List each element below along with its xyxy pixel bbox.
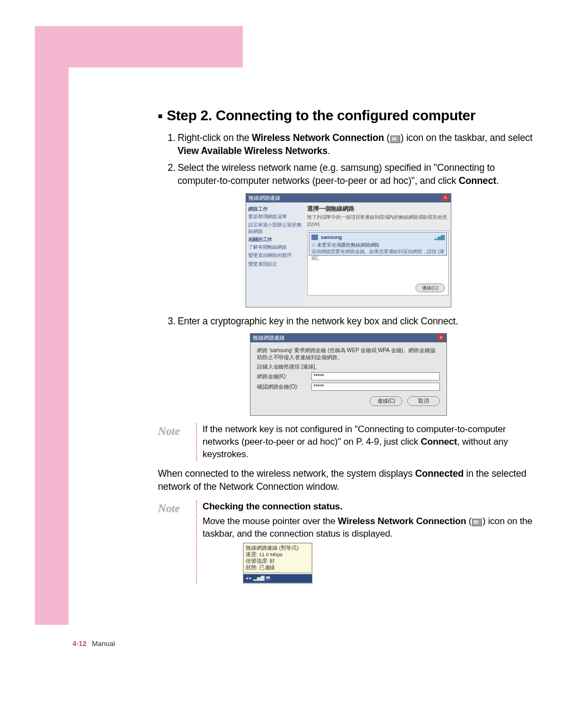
sidebar-item-order[interactable]: 變更喜好網路的順序 [248,252,303,259]
network-key-input[interactable] [311,372,440,380]
dialog2-title: 無線網路連線 [253,334,285,342]
dialog2-titlebar: 無線網路連線 × [250,334,446,342]
connect-button[interactable]: 連線(C) [370,396,402,406]
dialog-main: 選擇一個無線網路 按下列清單中的一個項目來連線到區域內的無線網路或取得其他資訊(… [305,202,451,307]
network-key-dialog-screenshot: 無線網路連線 × 網路 'samsung' 要求網路金鑰 (也稱為 WEP 金鑰… [250,333,447,416]
note-block-1: Note If the network key is not configure… [158,423,539,461]
note-body: Checking the connection status. Move the… [203,501,539,584]
taskbar-icon: ◂ ▸ ▂▅▇ ⬒ [243,574,312,583]
wireless-icon [472,519,482,526]
sidebar-item-setup[interactable]: 設定家庭小型辦公室的無線網路 [248,222,303,235]
bold-view-available: View Available Wireless Networks [177,145,328,156]
tooltip-line4: 狀態: 已連線 [246,564,310,571]
note2-subtitle: Checking the connection status. [203,501,539,513]
bold-wnc: Wireless Network Connection [252,132,384,143]
sidebar-group-network-tasks: 網路工作 [248,206,303,212]
tooltip-line1: 無線網路連線 (對等式) [246,545,310,551]
note-body: If the network key is not configured in … [203,423,539,461]
confirm-key-input[interactable] [311,383,440,391]
dialog-sidebar: 網路工作 重新整理網路清單 設定家庭小型辦公室的無線網路 相關的工作 了解有關無… [246,202,305,307]
cancel-button[interactable]: 取消 [407,396,440,406]
network-list: samsung ▂▅▇ ⚠ 未受安全保護的無線網路網路 這個網路需要有網路金鑰。… [307,230,449,296]
step-heading: ■Step 2. Connecting to the configured co… [158,106,539,125]
step-1: 1.Right-click on the Wireless Network Co… [168,132,539,157]
network-note-key: 這個網路需要有網路金鑰。如果您要連線到這個網路，請按 [連線]。 [311,248,444,261]
network-note-unsecured: 未受安全保護的無線網路網路 [317,242,379,248]
dialog2-message2: 請鍵入金鑰然後按 [連線]。 [257,363,440,370]
dialog-title: 無線網路連線 [248,194,280,202]
page-number: 4-12 [72,639,87,648]
network-item-samsung[interactable]: samsung ▂▅▇ ⚠ 未受安全保護的無線網路網路 這個網路需要有網路金鑰。… [309,232,447,256]
page-accent-vertical [35,26,69,625]
network-icon [311,235,318,240]
bold-connect: Connect [459,175,497,186]
close-icon[interactable]: × [438,334,444,341]
step-heading-text: Step 2. Connecting to the configured com… [167,107,475,124]
page-footer: 4-12 Manual [72,639,115,648]
instruction-list: 1.Right-click on the Wireless Network Co… [158,132,539,188]
sidebar-group-related: 相關的工作 [248,236,303,243]
note-block-2: Note Checking the connection status. Mov… [158,501,539,584]
dialog-main-sub: 按下列清單中的一個項目來連線到區域內的無線網路或取得其他資訊(W) [307,214,449,227]
note-label: Note [158,501,198,584]
dialog-main-heading: 選擇一個無線網路 [307,205,449,213]
network-name: samsung [321,235,341,240]
dialog-titlebar: 無線網路連線 × [246,194,451,202]
wireless-icon [390,136,400,143]
page-content: ■Step 2. Connecting to the configured co… [158,106,539,586]
note-divider [196,423,197,461]
footer-label: Manual [92,639,115,648]
close-icon[interactable]: × [442,194,449,201]
taskbar-tooltip-screenshot: 無線網路連線 (對等式) 速度: 11.0 Mbps 信號強度: 好 狀態: 已… [243,543,313,584]
confirm-key-label: 確認網路金鑰(O): [257,383,311,391]
sidebar-item-learn[interactable]: 了解有關無線網路 [248,244,303,250]
square-bullet-icon: ■ [158,112,162,120]
note-divider [196,501,197,584]
connected-paragraph: When connected to the wireless network, … [158,468,539,493]
network-key-label: 網路金鑰(K): [257,373,311,380]
signal-icon: ▂▅▇ [434,234,444,241]
connect-button[interactable]: 連線(C) [415,284,445,292]
note-label: Note [158,423,198,461]
step-2: 2.Select the wireless network name (e.g.… [168,162,539,187]
wireless-dialog-screenshot: 無線網路連線 × 網路工作 重新整理網路清單 設定家庭小型辦公室的無線網路 相關… [246,193,451,308]
step-3: 3.Enter a cryptographic key in the netwo… [168,315,539,328]
dialog2-message1: 網路 'samsung' 要求網路金鑰 (也稱為 WEP 金鑰或 WPA 金鑰)… [257,347,440,361]
tooltip-line2: 速度: 11.0 Mbps [246,551,310,558]
sidebar-item-advanced[interactable]: 變更進階設定 [248,261,303,267]
sidebar-item-refresh[interactable]: 重新整理網路清單 [248,213,303,220]
tooltip-line3: 信號強度: 好 [246,558,310,564]
instruction-list-cont: 3.Enter a cryptographic key in the netwo… [158,315,539,328]
page-accent-top [69,26,243,67]
